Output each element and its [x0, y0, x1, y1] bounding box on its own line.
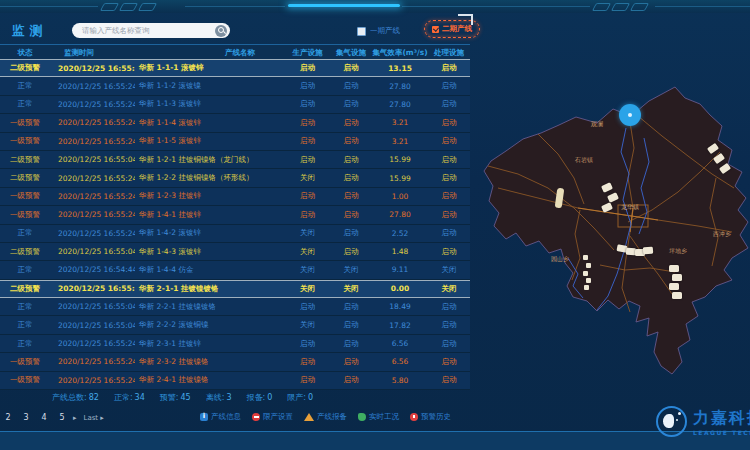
row-production-facility: 启动 — [285, 210, 330, 220]
region-map[interactable]: 观澜 石岩镇 龙华镇 西冲乡 园山乡 坪地乡 — [480, 60, 750, 400]
row-line-name: 华新 1-4-2 滚镀锌 — [135, 228, 285, 238]
table-row[interactable]: 二级预警 2020/12/25 16:55:04 华新 1-2-1 挂镀铜镍铬（… — [0, 151, 470, 169]
decor-hex-left — [102, 3, 155, 11]
page-number-button[interactable]: 3 — [22, 413, 30, 422]
summary-item: 正常:34 — [114, 392, 145, 403]
table-row[interactable]: 二级预警 2020/12/25 16:55:24 华新 1-1-1 滚镀锌 启动… — [0, 59, 470, 77]
row-line-name: 华新 1-2-3 挂镀锌 — [135, 191, 285, 201]
summary-value: 0 — [267, 393, 272, 402]
row-processing-facility: 关闭 — [428, 265, 470, 275]
logo-name-en: LEAGUE TECH — [693, 429, 750, 436]
row-gas-efficiency: 1.00 — [372, 192, 428, 201]
table-row[interactable]: 一级预警 2020/12/25 16:55:24 华新 1-4-1 挂镀锌 启动… — [0, 206, 470, 224]
row-processing-facility: 启动 — [428, 228, 470, 238]
page-number-button[interactable]: 2 — [4, 413, 12, 422]
table-row[interactable]: 一级预警 2020/12/25 16:55:24 华新 2-4-1 挂镀镍铬 启… — [0, 372, 470, 390]
map-place-label: 西冲乡 — [713, 230, 731, 239]
map-marker-small[interactable] — [583, 255, 588, 260]
decor-line — [402, 6, 590, 7]
table-row[interactable]: 正常 2020/12/25 16:55:24 华新 1-4-2 滚镀锌 关闭 启… — [0, 225, 470, 243]
row-gas-collection-facility: 启动 — [330, 81, 372, 91]
page-number-button[interactable]: 5 — [58, 413, 66, 422]
toolbar-item-label: 限产设置 — [263, 412, 293, 422]
row-gas-collection-facility: 启动 — [330, 191, 372, 201]
row-monitor-time: 2020/12/25 16:55:04 — [50, 321, 135, 330]
row-production-facility: 启动 — [285, 81, 330, 91]
map-marker[interactable] — [643, 247, 654, 255]
map-marker[interactable] — [672, 274, 682, 281]
table-row[interactable]: 二级预警 2020/12/25 16:55:24 华新 1-2-2 挂镀铜镍铬（… — [0, 169, 470, 187]
row-gas-efficiency: 2.52 — [372, 229, 428, 238]
row-line-name: 华新 1-4-4 仿金 — [135, 265, 285, 275]
row-production-facility: 关闭 — [285, 284, 330, 294]
row-gas-collection-facility: 启动 — [330, 320, 372, 330]
pagination: 2345 ▸ Last ▸ — [4, 413, 104, 422]
table-row[interactable]: 一级预警 2020/12/25 16:55:24 华新 2-3-2 挂镀镍铬 启… — [0, 353, 470, 371]
row-gas-efficiency: 15.99 — [372, 174, 428, 183]
table-row[interactable]: 正常 2020/12/25 16:55:04 华新 2-2-1 挂镀镍镀铬 启动… — [0, 298, 470, 316]
row-processing-facility: 启动 — [428, 302, 470, 312]
row-line-name: 华新 1-1-1 滚镀锌 — [135, 63, 285, 73]
map-marker-small[interactable] — [584, 285, 589, 290]
table-row[interactable]: 一级预警 2020/12/25 16:55:24 华新 1-2-3 挂镀锌 启动… — [0, 188, 470, 206]
toolbar-item[interactable]: 产线信息 — [200, 412, 241, 422]
map-marker-small[interactable] — [583, 271, 588, 276]
map-marker-small[interactable] — [586, 278, 591, 283]
toolbar-item[interactable]: 实时工况 — [358, 412, 399, 422]
row-gas-collection-facility: 启动 — [330, 247, 372, 257]
bottom-toolbar: 产线信息 限产设置 产线报备 实时工况 预警历史 — [200, 412, 451, 422]
row-gas-collection-facility: 关闭 — [330, 265, 372, 275]
row-status: 二级预警 — [0, 155, 50, 165]
row-line-name: 华新 1-4-3 滚镀锌 — [135, 247, 285, 257]
table-row[interactable]: 正常 2020/12/25 16:55:24 华新 1-1-2 滚镀镍 启动 启… — [0, 77, 470, 95]
map-alert-circle[interactable] — [619, 104, 641, 126]
row-status: 正常 — [0, 339, 50, 349]
toolbar-item-label: 产线报备 — [317, 412, 347, 422]
row-gas-collection-facility: 关闭 — [330, 284, 372, 294]
row-gas-collection-facility: 启动 — [330, 375, 372, 385]
table-row[interactable]: 正常 2020/12/25 16:55:24 华新 2-3-1 挂镀锌 启动 启… — [0, 335, 470, 353]
toolbar-item[interactable]: 预警历史 — [410, 412, 451, 422]
row-processing-facility: 启动 — [428, 339, 470, 349]
map-marker[interactable] — [672, 292, 682, 299]
search-input[interactable] — [72, 23, 230, 38]
row-gas-collection-facility: 启动 — [330, 136, 372, 146]
toolbar-item[interactable]: 产线报备 — [304, 412, 347, 422]
map-marker-small[interactable] — [586, 263, 591, 268]
phase1-line-checkbox[interactable]: 一期产线 — [357, 26, 400, 36]
row-line-name: 华新 1-1-3 滚镀锌 — [135, 99, 285, 109]
row-monitor-time: 2020/12/25 16:55:24 — [50, 82, 135, 91]
map-marker[interactable] — [669, 265, 679, 272]
table-row[interactable]: 二级预警 2020/12/25 16:55:24 华新 2-1-1 挂镀镍镀铬 … — [0, 280, 470, 298]
next-page-button[interactable]: ▸ — [73, 414, 77, 422]
row-monitor-time: 2020/12/25 16:55:24 — [50, 118, 135, 127]
table-row[interactable]: 一级预警 2020/12/25 16:55:24 华新 1-1-5 滚镀锌 启动… — [0, 133, 470, 151]
summary-label: 报备: — [246, 393, 265, 402]
row-monitor-time: 2020/12/25 16:55:24 — [50, 339, 135, 348]
table-row[interactable]: 一级预警 2020/12/25 16:55:24 华新 1-1-4 滚镀锌 启动… — [0, 114, 470, 132]
page-number-button[interactable]: 4 — [40, 413, 48, 422]
row-line-name: 华新 2-3-1 挂镀锌 — [135, 339, 285, 349]
search-icon[interactable] — [215, 25, 227, 37]
summary-item: 预警:45 — [160, 392, 191, 403]
column-header: 监测时间 — [50, 48, 135, 58]
row-status: 一级预警 — [0, 210, 50, 220]
toolbar-item[interactable]: 限产设置 — [252, 412, 293, 422]
row-gas-collection-facility: 启动 — [330, 302, 372, 312]
row-status: 一级预警 — [0, 136, 50, 146]
table-row[interactable]: 正常 2020/12/25 16:54:44 华新 1-4-4 仿金 关闭 关闭… — [0, 261, 470, 279]
row-status: 二级预警 — [0, 173, 50, 183]
row-processing-facility: 启动 — [428, 357, 470, 367]
row-processing-facility: 启动 — [428, 63, 470, 73]
summary-label: 限产: — [287, 393, 306, 402]
row-status: 正常 — [0, 99, 50, 109]
row-processing-facility: 启动 — [428, 155, 470, 165]
last-page-button[interactable]: Last ▸ — [84, 414, 104, 422]
table-row[interactable]: 二级预警 2020/12/25 16:55:04 华新 1-4-3 滚镀锌 关闭… — [0, 243, 470, 261]
row-production-facility: 启动 — [285, 302, 330, 312]
map-marker[interactable] — [669, 283, 679, 290]
table-row[interactable]: 正常 2020/12/25 16:55:24 华新 1-1-3 滚镀锌 启动 启… — [0, 96, 470, 114]
row-production-facility: 启动 — [285, 136, 330, 146]
table-row[interactable]: 正常 2020/12/25 16:55:04 华新 2-2-2 滚镀铜镍 关闭 … — [0, 316, 470, 334]
row-gas-efficiency: 9.11 — [372, 265, 428, 274]
